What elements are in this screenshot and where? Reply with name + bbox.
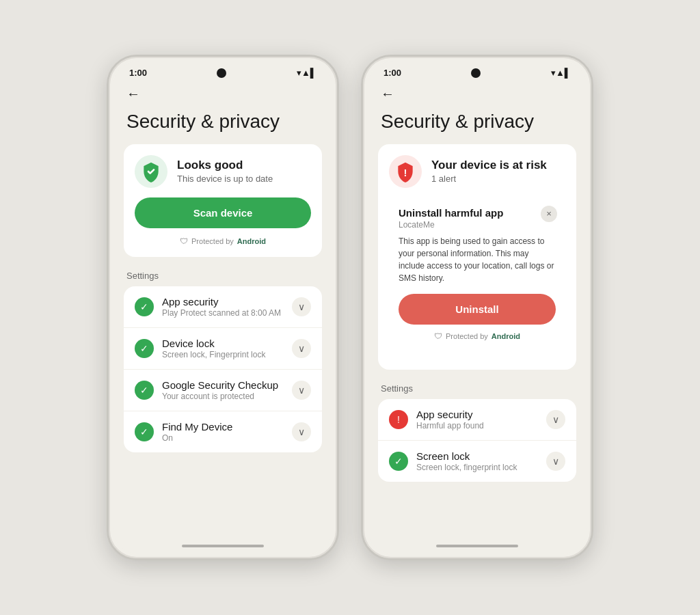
status-subtitle-1: This device is up to date	[177, 174, 273, 184]
check-icon-google-security: ✓	[135, 381, 154, 400]
protected-brand-1: Android	[237, 237, 266, 245]
settings-subtitle-app-security: Play Protect scanned at 8:00 AM	[162, 308, 292, 318]
alert-close-button[interactable]: ×	[541, 206, 557, 222]
chevron-device-lock: ∨	[292, 339, 311, 358]
chevron-app-security-2: ∨	[546, 410, 565, 429]
status-card-2: ! Your device is at risk 1 alert × Unins…	[378, 144, 576, 370]
settings-item-device-lock[interactable]: ✓ Device lock Screen lock, Fingerprint l…	[124, 328, 322, 370]
status-icons-2: ▾▲▌	[551, 68, 571, 78]
settings-text-screen-lock: Screen lock Screen lock, fingerprint loc…	[416, 450, 546, 472]
signal-icon-1: ▾▲▌	[297, 68, 317, 78]
check-icon-screen-lock: ✓	[389, 452, 408, 471]
settings-title-find-device: Find My Device	[162, 421, 292, 433]
page-title-2: Security & privacy	[367, 105, 587, 144]
settings-title-screen-lock: Screen lock	[416, 450, 546, 462]
check-icon-app-security: ✓	[135, 297, 154, 316]
alert-card: × Uninstall harmful app LocateMe This ap…	[389, 197, 565, 351]
home-indicator-2	[436, 545, 518, 547]
phone-1: 1:00 ▾▲▌ ← Security & privacy	[107, 55, 339, 560]
status-icons-1: ▾▲▌	[297, 68, 317, 78]
screen-content-2: ← Security & privacy ! Your device is at…	[367, 81, 587, 538]
status-bar-2: 1:00 ▾▲▌	[367, 61, 587, 81]
svg-text:!: !	[404, 167, 407, 178]
settings-subtitle-device-lock: Screen lock, Fingerprint lock	[162, 350, 292, 359]
settings-label-2: Settings	[367, 378, 587, 399]
settings-item-google-security[interactable]: ✓ Google Security Checkup Your account i…	[124, 370, 322, 411]
status-subtitle-2: 1 alert	[431, 174, 547, 184]
status-text-2: Your device is at risk 1 alert	[431, 159, 547, 184]
settings-subtitle-screen-lock: Screen lock, fingerprint lock	[416, 463, 546, 472]
shield-alert-icon: !	[394, 161, 416, 182]
status-time-1: 1:00	[129, 68, 147, 78]
settings-list-2: ! App security Harmful app found ∨ ✓ Scr…	[378, 399, 576, 482]
back-button-2[interactable]: ←	[367, 81, 587, 105]
settings-list-1: ✓ App security Play Protect scanned at 8…	[124, 286, 322, 452]
protected-shield-icon-2: 🛡	[434, 331, 442, 341]
settings-title-app-security: App security	[162, 296, 292, 308]
status-title-1: Looks good	[177, 159, 273, 172]
chevron-app-security: ∨	[292, 297, 311, 316]
home-indicator-1	[182, 545, 264, 547]
status-card-header-2: ! Your device is at risk 1 alert	[389, 155, 565, 188]
front-camera-1	[217, 68, 226, 78]
protected-prefix-2: Protected by	[446, 332, 488, 340]
home-bar-2	[367, 538, 587, 554]
home-bar-1	[113, 538, 333, 554]
settings-text-device-lock: Device lock Screen lock, Fingerprint loc…	[162, 338, 292, 359]
status-card-1: Looks good This device is up to date Sca…	[124, 144, 322, 257]
protected-row-1: 🛡 Protected by Android	[135, 236, 311, 246]
shield-check-icon	[140, 161, 162, 182]
settings-text-find-device: Find My Device On	[162, 421, 292, 443]
chevron-screen-lock: ∨	[546, 452, 565, 471]
scan-device-button[interactable]: Scan device	[135, 197, 311, 228]
status-card-header-1: Looks good This device is up to date	[135, 155, 311, 188]
settings-item-app-security-2[interactable]: ! App security Harmful app found ∨	[378, 399, 576, 441]
settings-item-app-security[interactable]: ✓ App security Play Protect scanned at 8…	[124, 286, 322, 328]
alert-app-name: LocateMe	[399, 220, 556, 230]
protected-brand-2: Android	[492, 332, 520, 340]
settings-subtitle-find-device: On	[162, 433, 292, 443]
page-title-1: Security & privacy	[113, 105, 333, 144]
signal-icon-2: ▾▲▌	[551, 68, 571, 78]
phone-2: 1:00 ▾▲▌ ← Security & privacy !	[361, 55, 593, 560]
chevron-google-security: ∨	[292, 381, 311, 400]
protected-shield-icon: 🛡	[180, 236, 188, 246]
settings-label-1: Settings	[113, 265, 333, 286]
status-icon-wrap-2: !	[389, 155, 422, 188]
protected-prefix-1: Protected by	[191, 237, 234, 245]
settings-title-google-security: Google Security Checkup	[162, 379, 292, 391]
back-button-1[interactable]: ←	[113, 81, 333, 105]
screen-content-1: ← Security & privacy Looks good This dev…	[113, 81, 333, 538]
settings-subtitle-google-security: Your account is protected	[162, 392, 292, 401]
check-icon-find-device: ✓	[135, 422, 154, 441]
status-title-2: Your device is at risk	[431, 159, 547, 172]
check-icon-device-lock: ✓	[135, 339, 154, 358]
front-camera-2	[471, 68, 481, 78]
settings-title-device-lock: Device lock	[162, 338, 292, 349]
settings-item-screen-lock[interactable]: ✓ Screen lock Screen lock, fingerprint l…	[378, 441, 576, 482]
alert-body: This app is being used to gain access to…	[399, 235, 556, 284]
alert-icon-app-security: !	[389, 410, 408, 429]
status-icon-wrap-1	[135, 155, 167, 188]
chevron-find-device: ∨	[292, 422, 311, 441]
settings-text-google-security: Google Security Checkup Your account is …	[162, 379, 292, 401]
settings-text-app-security: App security Play Protect scanned at 8:0…	[162, 296, 292, 318]
status-text-1: Looks good This device is up to date	[177, 159, 273, 184]
settings-text-app-security-2: App security Harmful app found	[416, 409, 546, 430]
status-bar-1: 1:00 ▾▲▌	[113, 61, 333, 81]
uninstall-button[interactable]: Uninstall	[399, 294, 556, 325]
status-time-2: 1:00	[383, 68, 401, 78]
alert-title: Uninstall harmful app	[399, 207, 556, 219]
settings-item-find-device[interactable]: ✓ Find My Device On ∨	[124, 411, 322, 452]
protected-row-2: 🛡 Protected by Android	[399, 331, 556, 341]
settings-title-app-security-2: App security	[416, 409, 546, 420]
settings-subtitle-app-security-2: Harmful app found	[416, 421, 546, 430]
